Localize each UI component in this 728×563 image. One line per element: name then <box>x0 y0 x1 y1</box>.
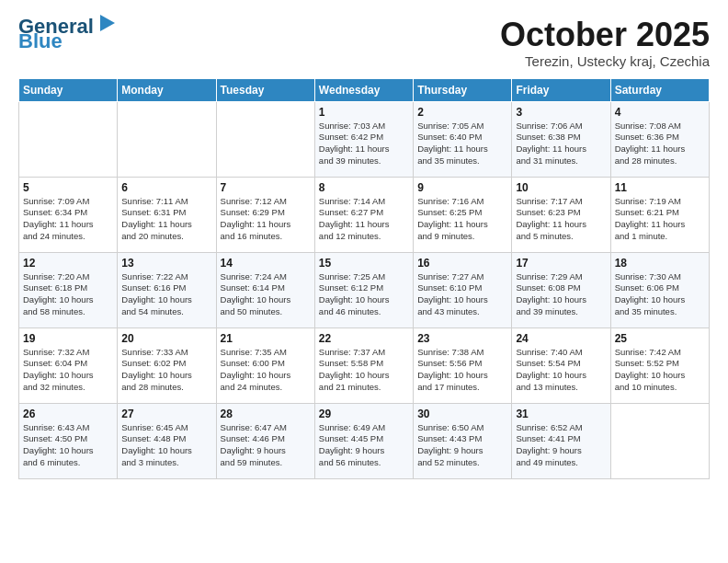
svg-marker-0 <box>100 15 115 31</box>
day-number: 14 <box>221 257 311 270</box>
day-info: Sunrise: 7:16 AM Sunset: 6:25 PM Dayligh… <box>417 196 507 243</box>
table-row <box>19 101 118 177</box>
table-row: 26Sunrise: 6:43 AM Sunset: 4:50 PM Dayli… <box>19 403 118 478</box>
day-info: Sunrise: 7:17 AM Sunset: 6:23 PM Dayligh… <box>516 196 606 243</box>
table-row: 25Sunrise: 7:42 AM Sunset: 5:52 PM Dayli… <box>610 327 709 403</box>
day-info: Sunrise: 7:19 AM Sunset: 6:21 PM Dayligh… <box>615 196 705 243</box>
day-info: Sunrise: 7:11 AM Sunset: 6:31 PM Dayligh… <box>121 196 211 243</box>
day-number: 3 <box>516 106 606 119</box>
day-number: 25 <box>615 332 705 345</box>
day-number: 22 <box>319 332 409 345</box>
day-info: Sunrise: 7:24 AM Sunset: 6:14 PM Dayligh… <box>221 271 311 318</box>
table-row: 5Sunrise: 7:09 AM Sunset: 6:34 PM Daylig… <box>19 177 118 252</box>
header-sunday: Sunday <box>19 78 118 101</box>
day-info: Sunrise: 7:20 AM Sunset: 6:18 PM Dayligh… <box>23 271 113 318</box>
table-row: 2Sunrise: 7:05 AM Sunset: 6:40 PM Daylig… <box>414 101 512 177</box>
table-row: 11Sunrise: 7:19 AM Sunset: 6:21 PM Dayli… <box>610 177 709 252</box>
table-row: 13Sunrise: 7:22 AM Sunset: 6:16 PM Dayli… <box>118 252 216 327</box>
day-info: Sunrise: 7:38 AM Sunset: 5:56 PM Dayligh… <box>417 347 507 394</box>
logo: General Blue <box>18 17 117 52</box>
day-info: Sunrise: 7:37 AM Sunset: 5:58 PM Dayligh… <box>319 347 409 394</box>
day-number: 8 <box>319 181 409 194</box>
day-number: 13 <box>121 257 211 270</box>
day-info: Sunrise: 7:27 AM Sunset: 6:10 PM Dayligh… <box>417 271 507 318</box>
title-block: October 2025 Terezin, Ustecky kraj, Czec… <box>500 17 710 69</box>
table-row: 23Sunrise: 7:38 AM Sunset: 5:56 PM Dayli… <box>414 327 512 403</box>
table-row: 31Sunrise: 6:52 AM Sunset: 4:41 PM Dayli… <box>512 403 610 478</box>
day-number: 26 <box>23 408 113 420</box>
day-info: Sunrise: 6:45 AM Sunset: 4:48 PM Dayligh… <box>121 422 211 469</box>
table-row: 7Sunrise: 7:12 AM Sunset: 6:29 PM Daylig… <box>216 177 314 252</box>
table-row: 3Sunrise: 7:06 AM Sunset: 6:38 PM Daylig… <box>512 101 610 177</box>
table-row <box>610 403 709 478</box>
day-number: 10 <box>516 181 606 194</box>
table-row: 12Sunrise: 7:20 AM Sunset: 6:18 PM Dayli… <box>19 252 118 327</box>
table-row: 18Sunrise: 7:30 AM Sunset: 6:06 PM Dayli… <box>610 252 709 327</box>
day-info: Sunrise: 7:30 AM Sunset: 6:06 PM Dayligh… <box>615 271 705 318</box>
day-info: Sunrise: 7:25 AM Sunset: 6:12 PM Dayligh… <box>319 271 409 318</box>
table-row: 21Sunrise: 7:35 AM Sunset: 6:00 PM Dayli… <box>216 327 314 403</box>
day-number: 5 <box>23 181 113 194</box>
table-row: 6Sunrise: 7:11 AM Sunset: 6:31 PM Daylig… <box>118 177 216 252</box>
table-row: 10Sunrise: 7:17 AM Sunset: 6:23 PM Dayli… <box>512 177 610 252</box>
table-row <box>216 101 314 177</box>
day-number: 12 <box>23 257 113 270</box>
table-row: 8Sunrise: 7:14 AM Sunset: 6:27 PM Daylig… <box>314 177 413 252</box>
day-number: 30 <box>417 408 507 420</box>
day-number: 16 <box>417 257 507 270</box>
day-info: Sunrise: 6:52 AM Sunset: 4:41 PM Dayligh… <box>516 422 606 469</box>
table-row: 22Sunrise: 7:37 AM Sunset: 5:58 PM Dayli… <box>314 327 413 403</box>
day-number: 7 <box>221 181 311 194</box>
table-row: 15Sunrise: 7:25 AM Sunset: 6:12 PM Dayli… <box>314 252 413 327</box>
day-number: 31 <box>516 408 606 420</box>
day-info: Sunrise: 7:03 AM Sunset: 6:42 PM Dayligh… <box>319 121 409 167</box>
day-info: Sunrise: 6:47 AM Sunset: 4:46 PM Dayligh… <box>221 422 311 469</box>
header: General Blue October 2025 Terezin, Ustec… <box>18 17 710 69</box>
day-number: 18 <box>615 257 705 270</box>
day-info: Sunrise: 6:43 AM Sunset: 4:50 PM Dayligh… <box>23 422 113 469</box>
day-number: 27 <box>121 408 211 420</box>
calendar-week-row: 12Sunrise: 7:20 AM Sunset: 6:18 PM Dayli… <box>19 252 710 327</box>
table-row: 27Sunrise: 6:45 AM Sunset: 4:48 PM Dayli… <box>118 403 216 478</box>
calendar-header-row: Sunday Monday Tuesday Wednesday Thursday… <box>19 78 710 101</box>
header-thursday: Thursday <box>414 78 512 101</box>
table-row: 1Sunrise: 7:03 AM Sunset: 6:42 PM Daylig… <box>314 101 413 177</box>
calendar-week-row: 1Sunrise: 7:03 AM Sunset: 6:42 PM Daylig… <box>19 101 710 177</box>
day-number: 17 <box>516 257 606 270</box>
table-row <box>118 101 216 177</box>
day-info: Sunrise: 7:42 AM Sunset: 5:52 PM Dayligh… <box>615 347 705 394</box>
day-number: 19 <box>23 332 113 345</box>
table-row: 20Sunrise: 7:33 AM Sunset: 6:02 PM Dayli… <box>118 327 216 403</box>
day-info: Sunrise: 7:06 AM Sunset: 6:38 PM Dayligh… <box>516 121 606 167</box>
day-info: Sunrise: 7:32 AM Sunset: 6:04 PM Dayligh… <box>23 347 113 394</box>
day-info: Sunrise: 7:29 AM Sunset: 6:08 PM Dayligh… <box>516 271 606 318</box>
table-row: 24Sunrise: 7:40 AM Sunset: 5:54 PM Dayli… <box>512 327 610 403</box>
table-row: 9Sunrise: 7:16 AM Sunset: 6:25 PM Daylig… <box>414 177 512 252</box>
day-info: Sunrise: 7:22 AM Sunset: 6:16 PM Dayligh… <box>121 271 211 318</box>
day-info: Sunrise: 7:12 AM Sunset: 6:29 PM Dayligh… <box>221 196 311 243</box>
day-number: 28 <box>221 408 311 420</box>
day-number: 2 <box>417 106 507 119</box>
calendar-title: October 2025 <box>500 17 710 53</box>
day-number: 6 <box>121 181 211 194</box>
day-info: Sunrise: 6:50 AM Sunset: 4:43 PM Dayligh… <box>417 422 507 469</box>
header-monday: Monday <box>118 78 216 101</box>
day-info: Sunrise: 7:14 AM Sunset: 6:27 PM Dayligh… <box>319 196 409 243</box>
day-number: 11 <box>615 181 705 194</box>
day-info: Sunrise: 7:05 AM Sunset: 6:40 PM Dayligh… <box>417 121 507 167</box>
day-number: 20 <box>121 332 211 345</box>
table-row: 19Sunrise: 7:32 AM Sunset: 6:04 PM Dayli… <box>19 327 118 403</box>
day-number: 15 <box>319 257 409 270</box>
day-number: 1 <box>319 106 409 119</box>
header-tuesday: Tuesday <box>216 78 314 101</box>
day-info: Sunrise: 7:09 AM Sunset: 6:34 PM Dayligh… <box>23 196 113 243</box>
calendar-week-row: 19Sunrise: 7:32 AM Sunset: 6:04 PM Dayli… <box>19 327 710 403</box>
table-row: 28Sunrise: 6:47 AM Sunset: 4:46 PM Dayli… <box>216 403 314 478</box>
table-row: 29Sunrise: 6:49 AM Sunset: 4:45 PM Dayli… <box>314 403 413 478</box>
day-info: Sunrise: 7:40 AM Sunset: 5:54 PM Dayligh… <box>516 347 606 394</box>
day-number: 4 <box>615 106 705 119</box>
table-row: 4Sunrise: 7:08 AM Sunset: 6:36 PM Daylig… <box>610 101 709 177</box>
table-row: 17Sunrise: 7:29 AM Sunset: 6:08 PM Dayli… <box>512 252 610 327</box>
day-number: 29 <box>319 408 409 420</box>
calendar-week-row: 26Sunrise: 6:43 AM Sunset: 4:50 PM Dayli… <box>19 403 710 478</box>
